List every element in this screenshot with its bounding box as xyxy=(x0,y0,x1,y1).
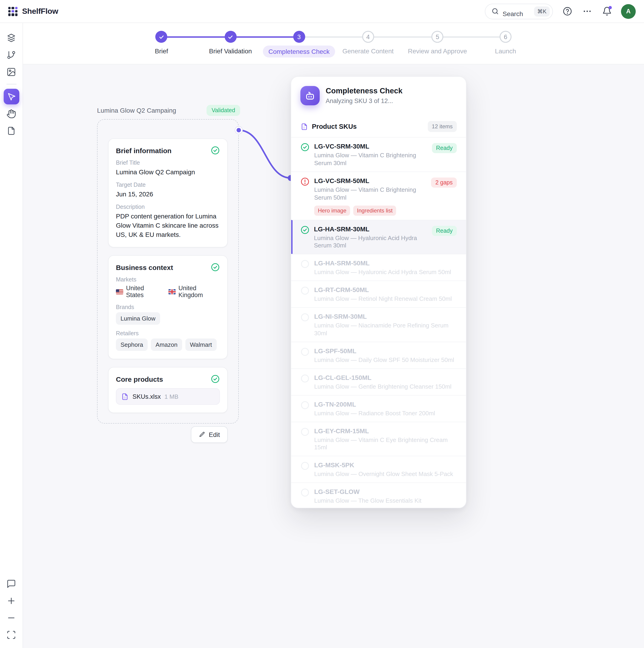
app-name: ShelfFlow xyxy=(22,7,58,16)
zoom-out-button[interactable] xyxy=(3,610,19,626)
expand-icon xyxy=(6,630,16,640)
notifications-button[interactable] xyxy=(601,6,612,17)
panel-header: Completeness Check Analyzing SKU 3 of 12… xyxy=(291,77,466,105)
sku-description: Lumina Glow — Overnight Glow Sheet Mask … xyxy=(314,471,457,479)
layers-icon xyxy=(6,33,16,43)
branch-tool-button[interactable] xyxy=(3,47,19,62)
help-icon xyxy=(562,6,572,16)
sku-row-lg-ey-crm-15ml[interactable]: LG-EY-CRM-15MLLumina Glow — Vitamin C Ey… xyxy=(291,422,466,456)
pending-circle-icon xyxy=(301,286,310,295)
check-circle-icon xyxy=(211,375,220,384)
sku-description: Lumina Glow — Hyaluronic Acid Hydra Seru… xyxy=(314,234,427,250)
completeness-check-panel: Completeness Check Analyzing SKU 3 of 12… xyxy=(291,76,467,508)
sku-row-lg-tn-200ml[interactable]: LG-TN-200MLLumina Glow — Radiance Boost … xyxy=(291,395,466,422)
sidebar-divider xyxy=(6,84,16,85)
us-flag-icon xyxy=(116,289,123,294)
check-circle-icon xyxy=(300,225,309,234)
image-icon xyxy=(6,67,16,76)
card-title: Core products xyxy=(116,375,163,383)
field-value: PDP content generation for Lumina Glow V… xyxy=(116,212,220,239)
sku-info: LG-RT-CRM-50MLLumina Glow — Retinol Nigh… xyxy=(314,285,457,303)
sku-description: Lumina Glow — Vitamin C Eye Brightening … xyxy=(314,436,457,452)
gap-tag: Hero image xyxy=(314,205,350,215)
stepper-step-launch[interactable]: 6Launch xyxy=(495,31,516,55)
file-size: 1 MB xyxy=(164,393,178,400)
sku-file-attachment[interactable]: SKUs.xlsx 1 MB xyxy=(116,388,220,405)
sku-row-lg-ni-srm-30ml[interactable]: LG-NI-SRM-30MLLumina Glow — Niacinamide … xyxy=(291,307,466,342)
sku-row-lg-vc-srm-50ml[interactable]: LG-VC-SRM-50MLLumina Glow — Vitamin C Br… xyxy=(291,171,466,220)
sku-info: LG-TN-200MLLumina Glow — Radiance Boost … xyxy=(314,399,457,417)
field-value: Jun 15, 2026 xyxy=(116,190,220,199)
sku-description: Lumina Glow — Radiance Boost Toner 200ml xyxy=(314,410,457,417)
git-branch-icon xyxy=(6,50,16,60)
sku-info: LG-EY-CRM-15MLLumina Glow — Vitamin C Ey… xyxy=(314,426,457,452)
sku-info: LG-VC-SRM-30MLLumina Glow — Vitamin C Br… xyxy=(314,142,427,167)
pencil-icon xyxy=(199,432,205,438)
step-check-icon xyxy=(224,31,236,43)
sku-row-lg-ha-srm-30ml[interactable]: LG-HA-SRM-30MLLumina Glow — Hyaluronic A… xyxy=(291,220,466,254)
edit-button[interactable]: Edit xyxy=(191,427,228,443)
page-tool-button[interactable] xyxy=(3,123,19,139)
fit-view-button[interactable] xyxy=(3,627,19,643)
comments-button[interactable] xyxy=(3,576,19,591)
sku-row-lg-msk-5pk[interactable]: LG-MSK-5PKLumina Glow — Overnight Glow S… xyxy=(291,456,466,483)
sku-code: LG-VC-SRM-30ML xyxy=(314,143,427,150)
core-products-card[interactable]: Core products SKUs.xlsx 1 MB xyxy=(108,367,228,413)
sku-code: LG-HA-SRM-50ML xyxy=(314,260,457,267)
sku-row-lg-rt-crm-50ml[interactable]: LG-RT-CRM-50MLLumina Glow — Retinol Nigh… xyxy=(291,280,466,307)
market-item: United Kingdom xyxy=(168,285,220,299)
field-label: Target Date xyxy=(116,182,220,188)
step-label: Launch xyxy=(495,47,516,55)
business-context-card[interactable]: Business context Markets United StatesUn… xyxy=(108,256,228,360)
pending-circle-icon xyxy=(301,488,310,497)
sku-status-badge: Ready xyxy=(432,143,457,153)
search-shortcut-kbd: ⌘K xyxy=(534,6,550,16)
sku-info: LG-VC-SRM-50MLLumina Glow — Vitamin C Br… xyxy=(314,176,427,216)
retailers-row: SephoraAmazonWalmart xyxy=(116,339,220,351)
stepper-step-brief-validation[interactable]: Brief Validation xyxy=(209,31,252,55)
sku-section-header: Product SKUs 12 items xyxy=(291,113,466,137)
sku-status-badge: 2 gaps xyxy=(431,177,457,187)
select-tool-button[interactable] xyxy=(3,89,19,104)
canvas[interactable]: Lumina Glow Q2 Campaing Validated Brief … xyxy=(23,64,644,648)
pan-tool-button[interactable] xyxy=(3,106,19,121)
markets-row: United StatesUnited Kingdom xyxy=(116,285,220,299)
sku-row-lg-cl-gel-150ml[interactable]: LG-CL-GEL-150MLLumina Glow — Gentle Brig… xyxy=(291,368,466,395)
notification-dot xyxy=(608,6,612,9)
sku-info: LG-SPF-50MLLumina Glow — Daily Glow SPF … xyxy=(314,346,457,364)
step-label: Review and Approve xyxy=(408,47,467,55)
sku-row-lg-spf-50ml[interactable]: LG-SPF-50MLLumina Glow — Daily Glow SPF … xyxy=(291,342,466,368)
validated-badge: Validated xyxy=(207,105,240,116)
sku-list: LG-VC-SRM-30MLLumina Glow — Vitamin C Br… xyxy=(291,137,466,508)
brief-information-card[interactable]: Brief information Brief Title Lumina Glo… xyxy=(108,139,228,248)
stepper-step-generate-content[interactable]: 4Generate Content xyxy=(342,31,394,55)
sku-row-lg-set-glow[interactable]: LG-SET-GLOWLumina Glow — The Glow Essent… xyxy=(291,483,466,508)
search-input[interactable]: Search ⌘K xyxy=(485,3,553,19)
sku-code: LG-SPF-50ML xyxy=(314,347,457,355)
image-tool-button[interactable] xyxy=(3,64,19,79)
stepper-step-completeness-check[interactable]: 3Completeness Check xyxy=(263,31,335,57)
sku-row-lg-ha-srm-50ml[interactable]: LG-HA-SRM-50MLLumina Glow — Hyaluronic A… xyxy=(291,254,466,281)
more-button[interactable] xyxy=(581,6,592,17)
sku-row-lg-vc-srm-30ml[interactable]: LG-VC-SRM-30MLLumina Glow — Vitamin C Br… xyxy=(291,137,466,171)
top-header: ShelfFlow Search ⌘K xyxy=(0,0,644,23)
stepper-step-brief[interactable]: Brief xyxy=(155,31,168,55)
app: ShelfFlow Search ⌘K xyxy=(0,0,644,648)
field-label: Brands xyxy=(116,304,220,311)
check-circle-icon xyxy=(211,263,220,272)
sku-info: LG-SET-GLOWLumina Glow — The Glow Essent… xyxy=(314,487,457,505)
help-button[interactable] xyxy=(562,6,573,17)
sku-description: Lumina Glow — The Glow Essentials Kit xyxy=(314,497,457,505)
sku-description: Lumina Glow — Hyaluronic Acid Hydra Seru… xyxy=(314,269,457,277)
hand-icon xyxy=(6,109,16,118)
avatar[interactable]: A xyxy=(621,4,636,19)
pending-circle-icon xyxy=(301,347,310,357)
zoom-in-button[interactable] xyxy=(3,593,19,608)
search-icon xyxy=(491,7,499,15)
pending-circle-icon xyxy=(301,374,310,383)
check-circle-icon xyxy=(211,146,220,155)
campaign-group-node[interactable]: Brief information Brief Title Lumina Glo… xyxy=(97,119,239,424)
layers-tool-button[interactable] xyxy=(3,30,19,46)
stepper-step-review-and-approve[interactable]: 5Review and Approve xyxy=(408,31,467,55)
sku-description: Lumina Glow — Vitamin C Brightening Seru… xyxy=(314,186,427,202)
